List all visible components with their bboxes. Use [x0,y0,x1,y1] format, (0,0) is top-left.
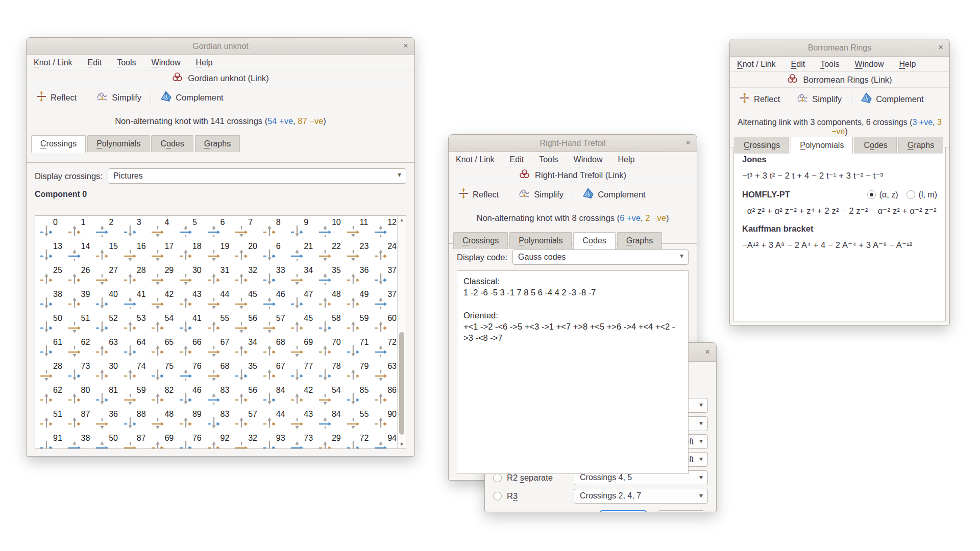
crossing-cell-44[interactable]: 44 [261,409,289,433]
crossing-cell-9[interactable]: 9 [289,217,317,241]
crossing-cell-78[interactable]: 78 [317,361,345,385]
crossing-cell-93[interactable]: 93 [261,433,289,448]
crossing-cell-84[interactable]: 84 [261,385,289,409]
homfly-l-m-option[interactable]: (l, m) [906,190,937,199]
crossing-cell-36[interactable]: 36 [94,409,122,433]
crossing-cell-13[interactable]: 13 [38,241,66,265]
menu-item-edit[interactable]: Edit [510,155,524,164]
crossing-cell-59[interactable]: 59 [345,313,373,337]
crossing-cell-75[interactable]: 75 [150,361,178,385]
crossing-cell-24[interactable]: 24 [373,241,397,265]
titlebar[interactable]: Gordian unknot × [27,38,414,55]
menu-item-tools[interactable]: Tools [539,155,558,164]
apply-button[interactable]: ✓ Apply [600,510,647,512]
crossing-cell-77[interactable]: 77 [289,361,317,385]
scroll-up-icon[interactable]: ▲ [398,216,406,223]
crossing-cell-55[interactable]: 55 [206,313,234,337]
r3-combobox[interactable]: Crossings 2, 4, 7 [574,489,708,504]
crossing-cell-67[interactable]: 67 [261,361,289,385]
tab-graphs[interactable]: Graphs [617,232,662,249]
crossing-cell-64[interactable]: 64 [122,337,150,361]
crossing-cell-31[interactable]: 31 [206,265,234,289]
crossing-cell-72[interactable]: 72 [373,337,397,361]
crossing-cell-92[interactable]: 92 [206,433,234,448]
crossing-cell-68[interactable]: 68 [261,337,289,361]
display-code-combobox[interactable]: Gauss codes [512,249,689,265]
crossing-cell-28[interactable]: 28 [122,265,150,289]
crossing-cell-29[interactable]: 29 [150,265,178,289]
tab-crossings[interactable]: Crossings [734,137,789,154]
crossing-cell-73[interactable]: 73 [289,433,317,448]
tab-crossings[interactable]: Crossings [31,135,86,153]
scrollbar-thumb[interactable] [399,332,404,435]
crossing-cell-84[interactable]: 84 [317,409,345,433]
crossing-cell-48[interactable]: 48 [150,409,178,433]
crossing-cell-1[interactable]: 1 [66,217,94,241]
crossing-cell-87[interactable]: 87 [66,409,94,433]
crossing-cell-80[interactable]: 80 [66,385,94,409]
crossing-cell-57[interactable]: 57 [233,409,261,433]
tab-polynomials[interactable]: Polynomials [509,232,572,249]
crossing-cell-63[interactable]: 63 [94,337,122,361]
crossing-cell-63[interactable]: 63 [373,361,397,385]
complement-button[interactable]: Complement [579,186,649,203]
crossing-cell-83[interactable]: 83 [206,385,234,409]
close-button[interactable]: ✕ Close [658,510,705,512]
crossing-cell-90[interactable]: 90 [373,409,397,433]
crossing-cell-42[interactable]: 42 [289,385,317,409]
crossing-cell-26[interactable]: 26 [66,265,94,289]
crossing-cell-51[interactable]: 51 [38,409,66,433]
crossing-cell-79[interactable]: 79 [345,361,373,385]
crossing-cell-46[interactable]: 46 [261,289,289,313]
display-crossings-combobox[interactable]: Pictures [108,168,406,184]
crossing-cell-4[interactable]: 4 [150,217,178,241]
crossing-cell-44[interactable]: 44 [206,289,234,313]
crossing-cell-23[interactable]: 23 [345,241,373,265]
crossing-cell-72[interactable]: 72 [345,433,373,448]
crossing-cell-54[interactable]: 54 [150,313,178,337]
radio-r3[interactable] [493,492,502,500]
code-textbox[interactable]: Classical: 1 -2 -6 -5 3 -1 7 8 5 6 -4 4 … [457,270,689,474]
crossing-cell-68[interactable]: 68 [206,361,234,385]
crossing-cell-52[interactable]: 52 [94,313,122,337]
crossing-cell-86[interactable]: 86 [373,385,397,409]
complement-button[interactable]: Complement [857,90,927,108]
crossing-cell-22[interactable]: 22 [317,241,345,265]
tab-graphs[interactable]: Graphs [898,137,943,154]
tab-codes[interactable]: Codes [151,135,193,152]
crossing-cell-53[interactable]: 53 [122,313,150,337]
crossing-cell-88[interactable]: 88 [122,409,150,433]
crossing-cell-56[interactable]: 56 [233,385,261,409]
crossing-cell-55[interactable]: 55 [345,409,373,433]
tab-polynomials[interactable]: Polynomials [791,137,853,154]
menu-item-knot-link[interactable]: Knot / Link [737,60,776,69]
crossing-cell-28[interactable]: 28 [38,361,66,385]
crossing-cell-3[interactable]: 3 [122,217,150,241]
titlebar[interactable]: Borromean Rings × [730,39,949,57]
crossing-cell-89[interactable]: 89 [178,409,206,433]
crossing-cell-18[interactable]: 18 [178,241,206,265]
crossing-cell-0[interactable]: 0 [38,217,66,241]
r3-option[interactable]: R3 [493,491,570,501]
simplify-button[interactable]: Simplify [515,186,567,203]
crossing-cell-87[interactable]: 87 [122,433,150,448]
crossing-cell-17[interactable]: 17 [150,241,178,265]
crossing-cell-30[interactable]: 30 [178,265,206,289]
tab-polynomials[interactable]: Polynomials [87,135,150,152]
crossing-cell-61[interactable]: 61 [38,337,66,361]
crossing-cell-48[interactable]: 48 [317,289,345,313]
crossing-cell-43[interactable]: 43 [178,289,206,313]
crossing-cell-83[interactable]: 83 [206,409,234,433]
radio-l-m[interactable] [906,190,915,199]
crossing-cell-69[interactable]: 69 [150,433,178,448]
crossing-cell-51[interactable]: 51 [66,313,94,337]
crossing-cell-41[interactable]: 41 [122,289,150,313]
titlebar[interactable]: Right-Hand Trefoil × [449,135,697,152]
crossing-cell-65[interactable]: 65 [150,337,178,361]
crossing-cell-58[interactable]: 58 [317,313,345,337]
close-icon[interactable]: × [403,41,408,51]
crossing-cell-8[interactable]: 8 [261,217,289,241]
menu-item-help[interactable]: Help [618,155,634,164]
crossing-cell-38[interactable]: 38 [38,289,66,313]
close-icon[interactable]: × [705,347,710,357]
